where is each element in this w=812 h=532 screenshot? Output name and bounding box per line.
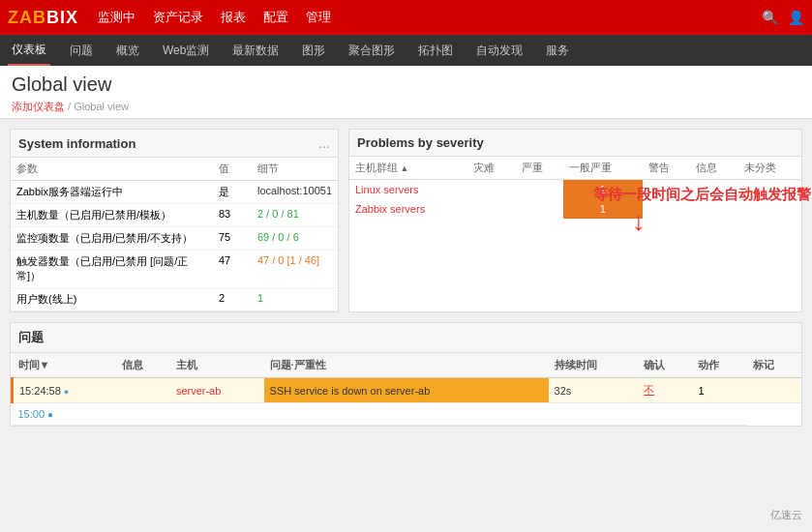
search-icon[interactable]: 🔍 xyxy=(762,10,778,25)
watermark: 亿速云 xyxy=(770,508,802,522)
table-row: Linux servers 1 xyxy=(349,180,801,200)
top-navigation: ZABBIX 监测中 资产记录 报表 配置 管理 🔍 👤 xyxy=(0,0,812,35)
warning-cell xyxy=(643,180,690,200)
table-row: Zabbix servers 1 xyxy=(349,199,801,219)
detail-cell: 69 / 0 / 6 xyxy=(252,227,338,251)
problems-bottom-header: 问题 xyxy=(11,323,801,353)
col-value: 值 xyxy=(213,158,252,181)
tab-composite[interactable]: 聚合图形 xyxy=(345,37,399,65)
table-row: 主机数量（已启用/已禁用/模板） 83 2 / 0 / 81 xyxy=(11,204,338,227)
unclassified-cell xyxy=(738,199,801,219)
system-info-title: System information xyxy=(18,136,135,151)
unclassified-cell xyxy=(738,180,801,200)
breadcrumb-current: Global view xyxy=(74,101,129,112)
ack-cell[interactable]: 不 xyxy=(638,378,692,403)
detail-link[interactable]: 47 / 0 [1 / 46] xyxy=(257,254,319,266)
nav-monitor[interactable]: 监测中 xyxy=(98,9,135,26)
host-group-cell: Zabbix servers xyxy=(349,199,467,219)
host-group-link[interactable]: Linux servers xyxy=(355,184,418,195)
time-cell: 15:24:58 xyxy=(13,378,116,403)
nav-assets[interactable]: 资产记录 xyxy=(153,9,203,26)
host-cell[interactable]: server-ab xyxy=(170,378,264,403)
col-action[interactable]: 动作 xyxy=(692,353,746,378)
value-cell: 47 xyxy=(213,251,252,288)
problems-severity-header: Problems by severity xyxy=(349,130,801,157)
col-info[interactable]: 信息 xyxy=(116,353,170,378)
tab-overview[interactable]: 概览 xyxy=(112,37,143,65)
tab-latest[interactable]: 最新数据 xyxy=(228,37,283,65)
breadcrumb-link[interactable]: 添加仪表盘 xyxy=(12,101,65,112)
value-cell: 83 xyxy=(213,204,252,227)
breadcrumb: 添加仪表盘 / Global view xyxy=(12,100,800,114)
high-cell xyxy=(516,180,563,200)
param-cell: 触发器数量（已启用/已禁用 [问题/正常]） xyxy=(11,251,213,288)
col-info[interactable]: 信息 xyxy=(690,157,737,180)
system-info-table: 参数 值 细节 Zabbix服务器端运行中 是 localhost:10051 … xyxy=(11,158,338,311)
param-cell: 主机数量（已启用/已禁用/模板） xyxy=(11,204,213,227)
col-problem[interactable]: 问题·严重性 xyxy=(264,353,549,378)
col-disaster[interactable]: 灾难 xyxy=(467,157,515,180)
detail-cell: 2 / 0 / 81 xyxy=(252,204,338,227)
tab-services[interactable]: 服务 xyxy=(542,37,573,65)
second-navigation: 仪表板 问题 概览 Web监测 最新数据 图形 聚合图形 拓扑图 自动发现 服务 xyxy=(0,35,812,66)
nav-admin[interactable]: 管理 xyxy=(306,9,331,26)
tab-dashboard[interactable]: 仪表板 xyxy=(8,36,50,66)
detail-link[interactable]: 69 / 0 / 6 xyxy=(257,231,299,243)
col-detail: 细节 xyxy=(252,158,338,181)
tag-cell xyxy=(747,378,801,403)
col-hostgroup[interactable]: 主机群组 xyxy=(349,157,467,180)
detail-link[interactable]: 1 xyxy=(257,292,263,304)
watermark-text: 亿速云 xyxy=(770,509,802,520)
value-cell: 2 xyxy=(213,288,252,311)
average-cell[interactable]: 1 xyxy=(563,199,642,219)
detail-cell: localhost:10051 xyxy=(252,181,338,204)
detail-cell: 47 / 0 [1 / 46] xyxy=(252,251,338,288)
col-param: 参数 xyxy=(11,158,213,181)
col-duration[interactable]: 持续时间 xyxy=(549,353,639,378)
value-cell: 是 xyxy=(213,181,252,204)
info-cell xyxy=(690,199,737,219)
tab-webmon[interactable]: Web监测 xyxy=(159,37,213,65)
col-high[interactable]: 严重 xyxy=(516,157,563,180)
panel-menu-icon[interactable]: ... xyxy=(318,135,330,151)
col-ack[interactable]: 确认 xyxy=(638,353,692,378)
tab-problems[interactable]: 问题 xyxy=(66,37,97,65)
logo: ZABBIX xyxy=(8,8,78,28)
problem-cell[interactable]: SSH service is down on server-ab xyxy=(264,378,549,403)
param-cell: Zabbix服务器端运行中 xyxy=(11,181,213,204)
col-time[interactable]: 时间▼ xyxy=(13,353,116,378)
tab-topology[interactable]: 拓扑图 xyxy=(414,37,457,65)
high-cell xyxy=(516,199,563,219)
nav-reports[interactable]: 报表 xyxy=(221,9,246,26)
average-cell[interactable]: 1 xyxy=(563,180,642,200)
col-average[interactable]: 一般严重 xyxy=(563,157,642,180)
issue-row: 15:24:58 server-ab SSH service is down o… xyxy=(13,378,802,403)
user-icon[interactable]: 👤 xyxy=(788,10,804,25)
action-cell[interactable]: 1 xyxy=(692,378,746,403)
table-row: 触发器数量（已启用/已禁用 [问题/正常]） 47 47 / 0 [1 / 46… xyxy=(11,251,338,288)
col-host[interactable]: 主机 xyxy=(170,353,264,378)
problems-severity-panel: Problems by severity 主机群组 灾难 严重 一般严重 警告 … xyxy=(348,129,802,312)
detail-link[interactable]: 2 / 0 / 81 xyxy=(257,208,299,220)
table-row: 用户数(线上) 2 1 xyxy=(11,288,338,311)
top-nav-right: 🔍 👤 xyxy=(762,10,804,25)
col-warning[interactable]: 警告 xyxy=(643,157,690,180)
detail-cell: 1 xyxy=(252,288,338,311)
empty-cells xyxy=(116,403,747,426)
page-header: Global view 添加仪表盘 / Global view xyxy=(0,66,812,119)
top-panels-row: System information ... 参数 值 细节 Zabbix服务器… xyxy=(10,129,802,312)
issues-table: 时间▼ 信息 主机 问题·严重性 持续时间 确认 动作 标记 15:24:58 … xyxy=(11,353,801,426)
system-info-header: System information ... xyxy=(11,130,338,158)
tab-graphs[interactable]: 图形 xyxy=(298,37,329,65)
col-unclassified[interactable]: 未分类 xyxy=(738,157,801,180)
top-nav-items: 监测中 资产记录 报表 配置 管理 xyxy=(98,9,762,26)
problems-bottom-title: 问题 xyxy=(18,330,44,344)
host-group-cell: Linux servers xyxy=(349,180,467,200)
col-tag[interactable]: 标记 xyxy=(747,353,801,378)
host-group-link[interactable]: Zabbix servers xyxy=(355,203,425,215)
nav-config[interactable]: 配置 xyxy=(263,9,288,26)
table-row: 监控项数量（已启用/已禁用/不支持） 75 69 / 0 / 6 xyxy=(11,227,338,251)
duration-cell: 32s xyxy=(549,378,639,403)
tab-autodiscovery[interactable]: 自动发现 xyxy=(472,37,526,65)
severity-table: 主机群组 灾难 严重 一般严重 警告 信息 未分类 Linux xyxy=(349,157,801,219)
